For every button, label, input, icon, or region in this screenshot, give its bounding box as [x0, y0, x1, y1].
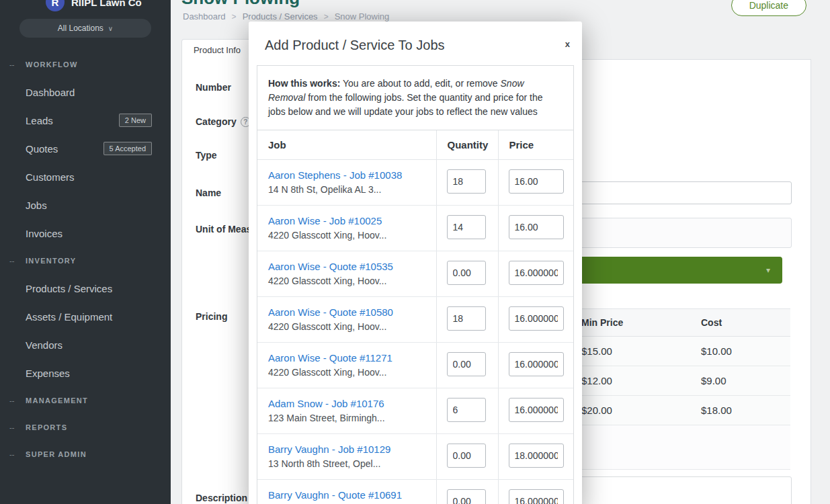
quantity-cell — [436, 251, 498, 297]
sidebar-nav: -- WORKFLOW Dashboard Leads 2 New Quotes… — [0, 51, 171, 468]
price-input[interactable] — [509, 169, 564, 194]
job-link[interactable]: Aaron Wise - Quote #10580 — [268, 306, 393, 319]
type-label: Type — [196, 150, 217, 161]
price-cell — [498, 480, 573, 504]
job-cell: Barry Vaughn - Job #10129 13 North 8th S… — [257, 434, 436, 480]
sidebar-item-customers[interactable]: Customers — [0, 163, 171, 191]
nav-section-inventory: -- INVENTORY — [0, 247, 171, 274]
job-row: Aaron Wise - Job #10025 4220 Glasscott X… — [257, 206, 573, 251]
caret-down-icon: ▾ — [766, 265, 770, 275]
add-product-modal: Add Product / Service To Jobs x How this… — [249, 22, 582, 504]
breadcrumb-current: Snow Plowing — [335, 11, 390, 22]
section-dashes-icon: -- — [9, 450, 20, 458]
job-link[interactable]: Barry Vaughn - Job #10129 — [268, 444, 390, 456]
job-link[interactable]: Aaron Stephens - Job #10038 — [268, 169, 402, 181]
sidebar-item-assets-equipment[interactable]: Assets / Equipment — [0, 302, 171, 331]
price-input[interactable] — [509, 489, 564, 504]
job-link[interactable]: Barry Vaughn - Quote #10691 — [268, 489, 402, 501]
job-cell: Aaron Wise - Quote #10535 4220 Glasscott… — [257, 251, 436, 297]
price-input[interactable] — [509, 444, 564, 468]
job-address: 14 N 8th St, Opelika AL 3... — [268, 184, 425, 196]
location-selector-label: All Locations — [58, 24, 103, 33]
sidebar-item-label: Dashboard — [26, 87, 75, 98]
tab-product-info[interactable]: Product Info — [181, 39, 253, 60]
leads-badge: 2 New — [119, 114, 152, 127]
sidebar-item-jobs[interactable]: Jobs — [0, 191, 171, 219]
sidebar: R RIIPL Lawn Co All Locations ∨ -- WORKF… — [0, 0, 171, 504]
close-icon[interactable]: x — [565, 39, 570, 49]
job-link[interactable]: Aaron Wise - Quote #11271 — [268, 352, 392, 364]
nav-section-reports[interactable]: -- REPORTS — [0, 414, 171, 441]
price-cell — [498, 388, 573, 434]
section-dashes-icon: -- — [9, 257, 20, 265]
job-cell: Aaron Wise - Quote #11271 4220 Glasscott… — [257, 343, 436, 388]
job-row: Barry Vaughn - Job #10129 13 North 8th S… — [257, 434, 573, 480]
price-cell — [498, 297, 573, 343]
section-dashes-icon: -- — [9, 423, 20, 431]
sidebar-item-label: Assets / Equipment — [26, 311, 112, 323]
breadcrumb-dashboard[interactable]: Dashboard — [183, 11, 226, 22]
job-link[interactable]: Adam Snow - Job #10176 — [268, 398, 384, 410]
job-cell: Aaron Stephens - Job #10038 14 N 8th St,… — [257, 160, 436, 206]
price-cell — [498, 251, 573, 297]
location-selector[interactable]: All Locations ∨ — [19, 19, 151, 38]
breadcrumb-products-services[interactable]: Products / Services — [243, 11, 318, 22]
job-link[interactable]: Aaron Wise - Quote #10535 — [268, 261, 393, 273]
pricing-cell-cost: $10.00 — [692, 337, 790, 366]
modal-header: Add Product / Service To Jobs x — [249, 22, 582, 65]
nav-section-management[interactable]: -- MANAGEMENT — [0, 387, 171, 414]
nav-section-label: SUPER ADMIN — [26, 450, 87, 458]
quantity-input[interactable] — [447, 352, 486, 376]
quotes-badge: 5 Accepted — [103, 142, 152, 155]
sidebar-item-products-services[interactable]: Products / Services — [0, 274, 171, 302]
price-input[interactable] — [509, 398, 564, 422]
job-row: Aaron Wise - Quote #11271 4220 Glasscott… — [257, 343, 573, 388]
how-this-works-part2: from the following jobs. Set the quantit… — [268, 92, 543, 117]
job-address: 123 Main Street, Birmingh... — [268, 413, 425, 424]
sidebar-item-vendors[interactable]: Vendors — [0, 331, 171, 359]
sidebar-item-dashboard[interactable]: Dashboard — [0, 78, 171, 106]
pricing-col-min-price: Min Price — [572, 309, 692, 337]
price-input[interactable] — [509, 352, 564, 376]
price-input[interactable] — [509, 215, 564, 239]
jobs-table: Job Quantity Price Aaron Stephens - Job … — [257, 130, 573, 504]
jobs-table-body: Aaron Stephens - Job #10038 14 N 8th St,… — [257, 160, 573, 504]
job-row: Adam Snow - Job #10176 123 Main Street, … — [257, 388, 573, 434]
duplicate-button[interactable]: Duplicate — [731, 0, 806, 16]
job-cell: Aaron Wise - Quote #10580 4220 Glasscott… — [257, 297, 436, 343]
app-window: R RIIPL Lawn Co All Locations ∨ -- WORKF… — [0, 0, 830, 504]
name-label: Name — [196, 187, 221, 198]
modal-title: Add Product / Service To Jobs — [265, 38, 566, 53]
nav-section-super-admin[interactable]: -- SUPER ADMIN — [0, 441, 171, 468]
sidebar-item-expenses[interactable]: Expenses — [0, 359, 171, 387]
sidebar-item-label: Quotes — [26, 143, 58, 155]
nav-section-label: INVENTORY — [26, 257, 76, 265]
pricing-cell-min-price: $20.00 — [572, 396, 692, 425]
sidebar-item-label: Jobs — [26, 200, 47, 211]
quantity-input[interactable] — [447, 306, 486, 331]
quantity-input[interactable] — [447, 444, 486, 468]
quantity-input[interactable] — [447, 261, 486, 285]
quantity-input[interactable] — [447, 489, 486, 504]
job-link[interactable]: Aaron Wise - Job #10025 — [268, 215, 382, 227]
nav-section-label: WORKFLOW — [26, 60, 78, 69]
modal-content: How this works: You are about to add, ed… — [257, 65, 574, 504]
price-input[interactable] — [509, 261, 564, 285]
jobs-col-quantity: Quantity — [436, 130, 498, 160]
job-cell: Adam Snow - Job #10176 123 Main Street, … — [257, 388, 436, 434]
sidebar-item-label: Invoices — [26, 228, 63, 239]
company-name: RIIPL Lawn Co — [71, 0, 142, 8]
quantity-input[interactable] — [447, 215, 486, 239]
job-cell: Barry Vaughn - Quote #10691 13 North 8th… — [257, 480, 436, 504]
job-row: Aaron Wise - Quote #10535 4220 Glasscott… — [257, 251, 573, 297]
quantity-input[interactable] — [447, 169, 486, 194]
how-this-works-bold: How this works: — [268, 78, 340, 89]
price-input[interactable] — [509, 306, 564, 331]
logo-row: R RIIPL Lawn Co — [0, 0, 171, 12]
sidebar-item-invoices[interactable]: Invoices — [0, 219, 171, 247]
sidebar-item-leads[interactable]: Leads 2 New — [0, 106, 171, 134]
quantity-input[interactable] — [447, 398, 486, 422]
pricing-col-cost: Cost — [692, 309, 790, 337]
quantity-cell — [436, 160, 498, 206]
sidebar-item-quotes[interactable]: Quotes 5 Accepted — [0, 134, 171, 163]
